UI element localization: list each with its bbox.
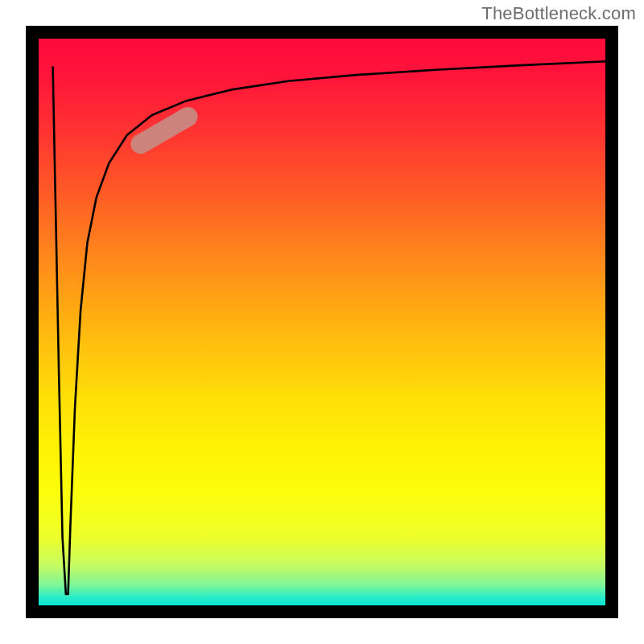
- chart-frame: TheBottleneck.com: [0, 0, 644, 644]
- curve-layer: [39, 39, 605, 605]
- watermark-text: TheBottleneck.com: [481, 3, 636, 24]
